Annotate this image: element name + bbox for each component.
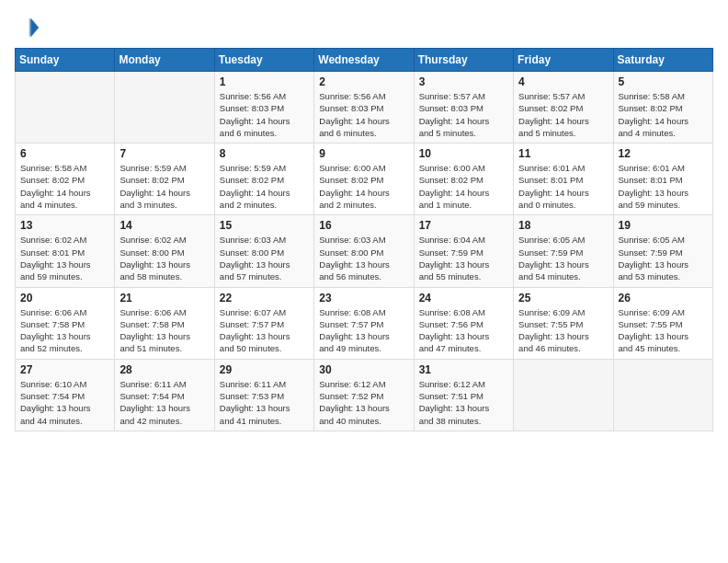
calendar-cell: 26Sunrise: 6:09 AM Sunset: 7:55 PM Dayli… [613, 287, 712, 359]
calendar-cell: 2Sunrise: 5:56 AM Sunset: 8:03 PM Daylig… [314, 72, 414, 144]
day-number: 15 [220, 219, 309, 232]
logo [15, 15, 44, 40]
calendar-cell: 31Sunrise: 6:12 AM Sunset: 7:51 PM Dayli… [414, 359, 513, 431]
calendar-cell: 6Sunrise: 5:58 AM Sunset: 8:02 PM Daylig… [16, 144, 115, 215]
day-number: 29 [220, 363, 309, 376]
day-number: 9 [319, 147, 408, 160]
day-info: Sunrise: 6:10 AM Sunset: 7:54 PM Dayligh… [20, 378, 109, 427]
day-info: Sunrise: 6:09 AM Sunset: 7:55 PM Dayligh… [619, 306, 708, 355]
day-info: Sunrise: 5:57 AM Sunset: 8:02 PM Dayligh… [518, 90, 608, 139]
day-number: 4 [518, 75, 608, 88]
day-info: Sunrise: 6:05 AM Sunset: 7:59 PM Dayligh… [518, 234, 608, 282]
calendar-cell: 25Sunrise: 6:09 AM Sunset: 7:55 PM Dayli… [514, 287, 613, 359]
calendar-cell [514, 359, 613, 431]
calendar-cell: 17Sunrise: 6:04 AM Sunset: 7:59 PM Dayli… [414, 215, 513, 287]
weekday-header-friday: Friday [514, 49, 613, 72]
day-info: Sunrise: 6:08 AM Sunset: 7:56 PM Dayligh… [419, 306, 508, 355]
header [15, 15, 713, 40]
day-info: Sunrise: 6:12 AM Sunset: 7:51 PM Dayligh… [419, 378, 508, 427]
day-number: 7 [119, 147, 209, 160]
calendar-cell: 27Sunrise: 6:10 AM Sunset: 7:54 PM Dayli… [16, 359, 115, 431]
day-number: 1 [220, 75, 309, 88]
calendar-cell: 9Sunrise: 6:00 AM Sunset: 8:02 PM Daylig… [314, 144, 414, 215]
day-info: Sunrise: 6:02 AM Sunset: 8:01 PM Dayligh… [20, 234, 109, 282]
calendar-cell: 4Sunrise: 5:57 AM Sunset: 8:02 PM Daylig… [514, 72, 613, 144]
weekday-header-sunday: Sunday [16, 49, 115, 72]
calendar-cell: 18Sunrise: 6:05 AM Sunset: 7:59 PM Dayli… [514, 215, 613, 287]
weekday-header-thursday: Thursday [414, 49, 513, 72]
day-info: Sunrise: 6:06 AM Sunset: 7:58 PM Dayligh… [119, 306, 209, 355]
calendar-cell: 11Sunrise: 6:01 AM Sunset: 8:01 PM Dayli… [514, 144, 613, 215]
day-number: 13 [20, 219, 109, 232]
calendar-cell: 23Sunrise: 6:08 AM Sunset: 7:57 PM Dayli… [314, 287, 414, 359]
day-number: 6 [20, 147, 109, 160]
day-info: Sunrise: 6:03 AM Sunset: 8:00 PM Dayligh… [319, 234, 408, 282]
calendar-cell: 15Sunrise: 6:03 AM Sunset: 8:00 PM Dayli… [214, 215, 313, 287]
calendar-cell: 8Sunrise: 5:59 AM Sunset: 8:02 PM Daylig… [214, 144, 313, 215]
day-info: Sunrise: 6:00 AM Sunset: 8:02 PM Dayligh… [319, 162, 408, 211]
calendar-cell: 20Sunrise: 6:06 AM Sunset: 7:58 PM Dayli… [16, 287, 115, 359]
day-info: Sunrise: 6:01 AM Sunset: 8:01 PM Dayligh… [518, 162, 608, 211]
day-info: Sunrise: 6:11 AM Sunset: 7:53 PM Dayligh… [220, 378, 309, 427]
calendar-cell: 10Sunrise: 6:00 AM Sunset: 8:02 PM Dayli… [414, 144, 513, 215]
day-number: 30 [319, 363, 408, 376]
calendar-cell: 30Sunrise: 6:12 AM Sunset: 7:52 PM Dayli… [314, 359, 414, 431]
calendar-cell: 24Sunrise: 6:08 AM Sunset: 7:56 PM Dayli… [414, 287, 513, 359]
day-number: 21 [119, 292, 209, 304]
calendar-cell: 7Sunrise: 5:59 AM Sunset: 8:02 PM Daylig… [115, 144, 214, 215]
day-number: 31 [419, 363, 508, 376]
calendar-cell: 1Sunrise: 5:56 AM Sunset: 8:03 PM Daylig… [214, 72, 313, 144]
weekday-header-row: SundayMondayTuesdayWednesdayThursdayFrid… [16, 49, 713, 72]
calendar-cell: 22Sunrise: 6:07 AM Sunset: 7:57 PM Dayli… [214, 287, 313, 359]
day-info: Sunrise: 5:56 AM Sunset: 8:03 PM Dayligh… [220, 90, 309, 139]
day-number: 17 [419, 219, 508, 232]
day-number: 16 [319, 219, 408, 232]
day-info: Sunrise: 5:58 AM Sunset: 8:02 PM Dayligh… [20, 162, 109, 211]
day-number: 2 [319, 75, 408, 88]
calendar-cell: 14Sunrise: 6:02 AM Sunset: 8:00 PM Dayli… [115, 215, 214, 287]
day-number: 26 [619, 292, 708, 304]
week-row-1: 1Sunrise: 5:56 AM Sunset: 8:03 PM Daylig… [16, 72, 713, 144]
calendar-cell: 16Sunrise: 6:03 AM Sunset: 8:00 PM Dayli… [314, 215, 414, 287]
day-number: 27 [20, 363, 109, 376]
weekday-header-saturday: Saturday [613, 49, 712, 72]
day-info: Sunrise: 6:00 AM Sunset: 8:02 PM Dayligh… [419, 162, 508, 211]
day-info: Sunrise: 6:11 AM Sunset: 7:54 PM Dayligh… [119, 378, 209, 427]
day-info: Sunrise: 5:58 AM Sunset: 8:02 PM Dayligh… [619, 90, 708, 139]
day-info: Sunrise: 6:01 AM Sunset: 8:01 PM Dayligh… [619, 162, 708, 211]
page: SundayMondayTuesdayWednesdayThursdayFrid… [0, 0, 728, 563]
day-info: Sunrise: 6:09 AM Sunset: 7:55 PM Dayligh… [518, 306, 608, 355]
day-info: Sunrise: 6:04 AM Sunset: 7:59 PM Dayligh… [419, 234, 508, 282]
day-number: 28 [119, 363, 209, 376]
day-info: Sunrise: 6:05 AM Sunset: 7:59 PM Dayligh… [619, 234, 708, 282]
calendar-cell [115, 72, 214, 144]
calendar-cell: 12Sunrise: 6:01 AM Sunset: 8:01 PM Dayli… [613, 144, 712, 215]
day-number: 11 [518, 147, 608, 160]
calendar-cell: 21Sunrise: 6:06 AM Sunset: 7:58 PM Dayli… [115, 287, 214, 359]
calendar-cell: 13Sunrise: 6:02 AM Sunset: 8:01 PM Dayli… [16, 215, 115, 287]
calendar-cell [16, 72, 115, 144]
day-number: 8 [220, 147, 309, 160]
calendar-cell: 3Sunrise: 5:57 AM Sunset: 8:03 PM Daylig… [414, 72, 513, 144]
day-info: Sunrise: 6:12 AM Sunset: 7:52 PM Dayligh… [319, 378, 408, 427]
day-number: 10 [419, 147, 508, 160]
logo-icon [15, 15, 40, 40]
day-info: Sunrise: 6:08 AM Sunset: 7:57 PM Dayligh… [319, 306, 408, 355]
day-number: 19 [619, 219, 708, 232]
day-number: 24 [419, 292, 508, 304]
weekday-header-tuesday: Tuesday [214, 49, 313, 72]
calendar-cell: 29Sunrise: 6:11 AM Sunset: 7:53 PM Dayli… [214, 359, 313, 431]
day-info: Sunrise: 6:06 AM Sunset: 7:58 PM Dayligh… [20, 306, 109, 355]
day-number: 23 [319, 292, 408, 304]
day-number: 22 [220, 292, 309, 304]
day-info: Sunrise: 6:02 AM Sunset: 8:00 PM Dayligh… [119, 234, 209, 282]
day-number: 5 [619, 75, 708, 88]
day-info: Sunrise: 6:03 AM Sunset: 8:00 PM Dayligh… [220, 234, 309, 282]
weekday-header-monday: Monday [115, 49, 214, 72]
day-info: Sunrise: 5:59 AM Sunset: 8:02 PM Dayligh… [119, 162, 209, 211]
calendar-cell: 28Sunrise: 6:11 AM Sunset: 7:54 PM Dayli… [115, 359, 214, 431]
day-info: Sunrise: 6:07 AM Sunset: 7:57 PM Dayligh… [220, 306, 309, 355]
calendar-cell [613, 359, 712, 431]
week-row-5: 27Sunrise: 6:10 AM Sunset: 7:54 PM Dayli… [16, 359, 713, 431]
day-number: 20 [20, 292, 109, 304]
